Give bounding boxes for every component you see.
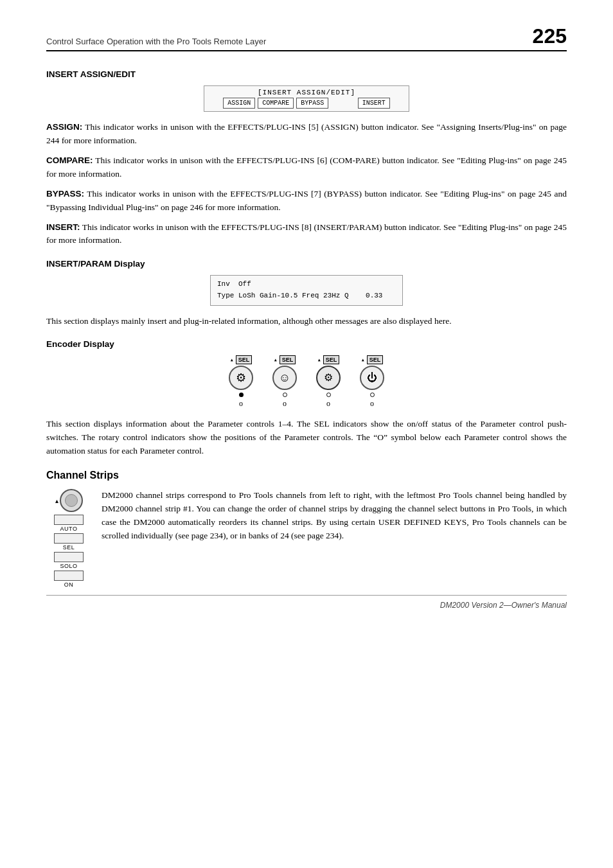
encoder1-symbol: ⚙ [236,372,246,384]
insert-param-diagram: Inv Off Type LoSh Gain-10.5 Freq 23Hz Q … [46,275,567,305]
channel-strips-body: DM2000 channel strips correspond to Pro … [102,489,567,543]
encoder3-symbol: ⚙ [324,373,333,383]
bypass-term: BYPASS: [46,189,84,199]
ch-auto-btn [54,515,84,525]
ch-knob-arrow: ▴ [55,497,58,504]
insert-param-body: This section displays mainly insert and … [46,315,567,328]
encoder2-dot [283,393,287,397]
ch-on-group: ON [54,571,84,588]
ch-solo-label: SOLO [60,563,77,569]
encoder2-arrow: ▴ [274,356,278,364]
encoder3-top: ▴ SEL [317,355,340,364]
encoder2-symbol: ☺ [279,372,290,384]
ch-knob-inner [65,494,78,507]
encoder1-arrow: ▴ [230,356,234,364]
header-title: Control Surface Operation with the Pro T… [46,37,266,46]
channel-strips-heading: Channel Strips [46,470,567,481]
encoder1-sel: SEL [236,355,253,364]
ch-solo-btn [54,552,84,562]
channel-strips-content: ▴ AUTO SEL SOLO [46,489,567,589]
compare-term: COMPARE: [46,155,93,165]
ch-on-btn [54,571,84,581]
page-number: 225 [533,26,567,46]
page-footer: DM2000 Version 2—Owner's Manual [440,601,567,610]
encoder4-arrow: ▴ [361,356,365,364]
insert-param-heading: INSERT/PARAM Display [46,259,567,269]
encoder1-dot [239,393,244,397]
diagram-row2: ASSIGN COMPARE BYPASS INSERT [211,98,402,109]
encoder-unit-1: ▴ SEL ⚙ o [229,355,253,409]
encoder-units-container: ▴ SEL ⚙ o ▴ SEL ☺ o [46,355,567,409]
page-bottom-line [46,595,567,596]
param-line2: Type LoSh Gain-10.5 Freq 23Hz Q 0.33 [217,290,396,302]
assign-term: ASSIGN: [46,122,82,132]
encoder3-arrow: ▴ [317,356,321,364]
insert-btn: INSERT [358,98,390,109]
footer-text: DM2000 Version 2—Owner's Manual [440,601,567,610]
insert-assign-heading: INSERT ASSIGN/EDIT [46,69,567,79]
encoder1-top: ▴ SEL [230,355,253,364]
assign-btn: ASSIGN [223,98,255,109]
bypass-btn: BYPASS [296,98,328,109]
encoder4-sel: SEL [367,355,384,364]
ch-knob [60,489,83,512]
encoder3-dot [326,393,331,397]
encoder-body: This section displays information about … [46,418,567,458]
encoder-display-section: Encoder Display ▴ SEL ⚙ o ▴ SEL [46,339,567,458]
encoder1-o: o [239,399,243,409]
ch-sel-btn [54,533,84,544]
encoder3-o: o [326,399,330,409]
encoder3-sel: SEL [323,355,340,364]
encoder1-knob: ⚙ [229,366,253,390]
encoder4-symbol: ⏻ [367,373,377,383]
encoder-unit-2: ▴ SEL ☺ o [272,355,297,409]
channel-strip-diagram: ▴ AUTO SEL SOLO [46,489,91,589]
assign-para: ASSIGN: This indicator works in unison w… [46,121,567,148]
insert-para: INSERT: This indicator works in unison w… [46,221,567,248]
ch-sel-group: SEL [54,533,84,551]
encoder2-top: ▴ SEL [274,355,296,364]
encoder4-top: ▴ SEL [361,355,384,364]
ch-knob-container: ▴ [55,489,83,512]
encoder2-knob: ☺ [272,366,297,390]
ch-sel-label: SEL [63,544,75,551]
page-header: Control Surface Operation with the Pro T… [46,26,567,51]
diagram-row1: [INSERT ASSIGN/EDIT] [211,89,402,96]
encoder-unit-3: ▴ SEL ⚙ o [316,355,341,409]
ch-on-label: ON [64,581,74,588]
encoder-display-heading: Encoder Display [46,339,567,349]
encoder2-o: o [283,399,287,409]
channel-strips-section: Channel Strips ▴ AUTO [46,470,567,589]
param-line1: Inv Off [217,279,396,290]
ch-auto-label: AUTO [60,526,78,532]
encoder3-knob: ⚙ [316,366,341,390]
insert-term: INSERT: [46,222,80,232]
encoder4-dot [370,393,375,397]
encoder4-knob: ⏻ [360,366,384,390]
ch-solo-group: SOLO [54,552,84,569]
insert-param-section: INSERT/PARAM Display Inv Off Type LoSh G… [46,259,567,328]
encoder4-o: o [370,399,374,409]
insert-assign-diagram: [INSERT ASSIGN/EDIT] ASSIGN COMPARE BYPA… [46,85,567,112]
encoder-unit-4: ▴ SEL ⏻ o [360,355,384,409]
bypass-para: BYPASS: This indicator works in unison w… [46,188,567,215]
compare-para: COMPARE: This indicator works in unison … [46,154,567,181]
encoder2-sel: SEL [280,355,296,364]
compare-btn: COMPARE [258,98,294,109]
ch-auto-group: AUTO [54,515,84,532]
insert-assign-section: INSERT ASSIGN/EDIT [INSERT ASSIGN/EDIT] … [46,69,567,247]
